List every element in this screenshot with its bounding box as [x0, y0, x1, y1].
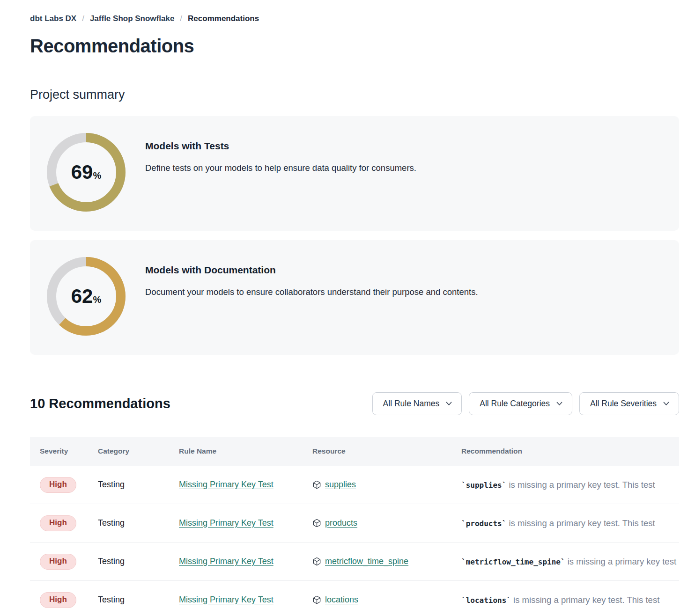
breadcrumb-item-jaffle-shop-snowflake[interactable]: Jaffle Shop Snowflake — [90, 14, 174, 23]
recommendation-text: is missing a primary key test. This test — [511, 595, 659, 605]
model-box-icon — [312, 519, 321, 528]
severity-badge-high: High — [40, 554, 76, 570]
filter-label: All Rule Severities — [590, 399, 657, 409]
rule-name-link[interactable]: Missing Primary Key Test — [179, 557, 274, 566]
rule-names-filter-dropdown[interactable]: All Rule Names — [372, 392, 462, 415]
summary-card-models-with-documentation: 62 % Models with Documentation Document … — [30, 240, 679, 355]
donut-percent-value: 69 — [71, 162, 93, 182]
chevron-down-icon — [663, 402, 669, 406]
breadcrumb-separator: / — [82, 14, 84, 23]
recommendation-text: is missing a primary key test — [565, 557, 676, 566]
donut-percent-symbol: % — [93, 294, 101, 305]
recommendation-code: `metricflow_time_spine` — [461, 557, 565, 566]
project-summary-heading: Project summary — [30, 88, 679, 102]
chevron-down-icon — [556, 402, 562, 406]
chevron-down-icon — [446, 402, 452, 406]
column-header-category: Category — [98, 447, 179, 455]
recommendations-page: dbt Labs DX / Jaffle Shop Snowflake / Re… — [0, 0, 695, 616]
donut-center-label: 69 % — [47, 133, 126, 212]
page-title: Recommendations — [30, 36, 679, 57]
breadcrumb-item-recommendations: Recommendations — [188, 14, 259, 23]
resource-link[interactable]: products — [325, 518, 357, 528]
recommendation-code: `products` — [461, 519, 506, 528]
column-header-resource: Resource — [312, 447, 461, 455]
model-box-icon — [312, 557, 321, 566]
donut-percent-symbol: % — [93, 170, 101, 181]
card-title: Models with Documentation — [145, 264, 478, 276]
card-description: Document your models to ensure collabora… — [145, 287, 478, 297]
column-header-rule-name: Rule Name — [179, 447, 312, 455]
recommendation-text: is missing a primary key test. This test — [506, 518, 655, 528]
filter-label: All Rule Categories — [480, 399, 550, 409]
rule-name-link[interactable]: Missing Primary Key Test — [179, 595, 274, 604]
summary-card-models-with-tests: 69 % Models with Tests Define tests on y… — [30, 116, 679, 231]
severity-badge-high: High — [40, 515, 76, 531]
column-header-recommendation: Recommendation — [461, 447, 679, 455]
rule-name-link[interactable]: Missing Primary Key Test — [179, 518, 274, 528]
card-description: Define tests on your models to help ensu… — [145, 163, 416, 173]
recommendation-text: is missing a primary key test. This test — [506, 480, 655, 490]
category-label: Testing — [98, 557, 125, 566]
severity-badge-high: High — [40, 592, 76, 608]
table-row: High Testing Missing Primary Key Test su… — [30, 466, 679, 504]
model-box-icon — [312, 595, 321, 604]
category-label: Testing — [98, 595, 125, 604]
table-header-row: Severity Category Rule Name Resource Rec… — [30, 437, 679, 466]
breadcrumb-item-dbt-labs-dx[interactable]: dbt Labs DX — [30, 14, 76, 23]
recommendation-code: `supplies` — [461, 481, 506, 490]
rule-categories-filter-dropdown[interactable]: All Rule Categories — [469, 392, 572, 415]
recommendations-table: Severity Category Rule Name Resource Rec… — [30, 437, 679, 616]
table-row: High Testing Missing Primary Key Test lo… — [30, 581, 679, 616]
donut-center-label: 62 % — [47, 257, 126, 336]
rule-severities-filter-dropdown[interactable]: All Rule Severities — [579, 392, 679, 415]
filter-bar: All Rule Names All Rule Categories All R… — [372, 392, 679, 415]
donut-percent-value: 62 — [71, 286, 93, 306]
filter-label: All Rule Names — [383, 399, 440, 409]
resource-link[interactable]: metricflow_time_spine — [325, 557, 408, 566]
severity-badge-high: High — [40, 477, 76, 493]
documentation-coverage-donut-chart: 62 % — [47, 257, 126, 336]
breadcrumb: dbt Labs DX / Jaffle Shop Snowflake / Re… — [30, 14, 679, 23]
tests-coverage-donut-chart: 69 % — [47, 133, 126, 212]
model-box-icon — [312, 480, 321, 489]
table-row: High Testing Missing Primary Key Test me… — [30, 543, 679, 581]
card-title: Models with Tests — [145, 140, 416, 152]
category-label: Testing — [98, 480, 125, 489]
breadcrumb-separator: / — [180, 14, 182, 23]
resource-link[interactable]: supplies — [325, 480, 356, 490]
resource-link[interactable]: locations — [325, 595, 358, 605]
column-header-severity: Severity — [40, 447, 98, 455]
recommendation-code: `locations` — [461, 596, 511, 605]
recommendations-count-heading: 10 Recommendations — [30, 396, 170, 411]
rule-name-link[interactable]: Missing Primary Key Test — [179, 480, 274, 489]
table-row: High Testing Missing Primary Key Test pr… — [30, 504, 679, 543]
category-label: Testing — [98, 518, 125, 528]
